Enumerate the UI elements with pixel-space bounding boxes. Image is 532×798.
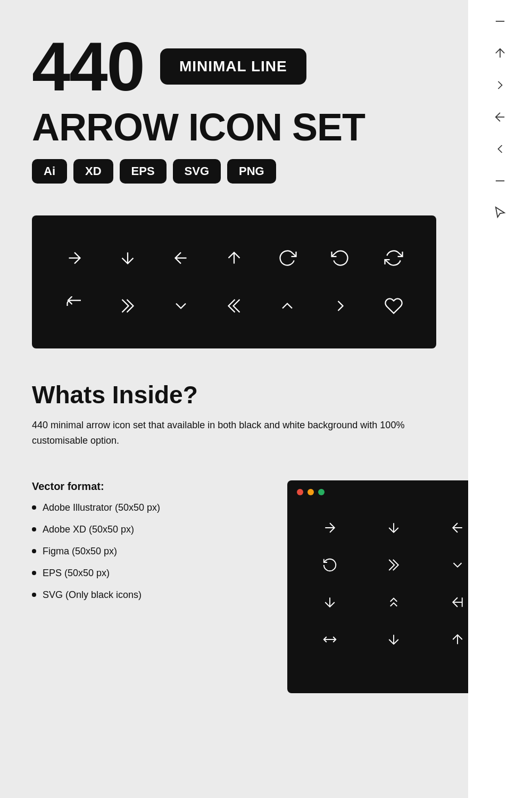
d-arrow-down-3 — [362, 621, 426, 658]
d-arrows-updown — [362, 584, 426, 621]
arrow-right-icon — [48, 237, 101, 279]
whats-inside-desc: 440 minimal arrow icon set that availabl… — [32, 418, 436, 448]
chevron-down-icon — [154, 285, 207, 327]
arrow-left-icon — [154, 237, 207, 279]
bullet-icon — [32, 505, 36, 510]
list-item-xd: Adobe XD (50x50 px) — [32, 524, 266, 535]
vector-section: Vector format: Adobe Illustrator (50x50 … — [0, 470, 532, 714]
arrow-down-icon — [101, 237, 154, 279]
list-item-illustrator: Adobe Illustrator (50x50 px) — [32, 502, 266, 513]
minimal-line-badge: MINIMAL LINE — [160, 48, 306, 85]
list-item-text: Adobe XD (50x50 px) — [43, 524, 134, 535]
icon-grid-row1 — [48, 237, 420, 327]
list-item-svg: SVG (Only black icons) — [32, 589, 266, 601]
whats-inside-title: Whats Inside? — [32, 380, 500, 409]
vector-format-label: Vector format: — [32, 480, 266, 493]
chevron-up-icon — [261, 285, 314, 327]
sidebar-chevron-left-icon — [489, 138, 511, 160]
undo-icon — [48, 285, 101, 327]
bullet-icon — [32, 593, 36, 597]
list-item-text: SVG (Only black icons) — [43, 589, 142, 601]
d-double-right — [362, 546, 426, 584]
bullet-icon — [32, 527, 36, 531]
heart-arrow-icon — [367, 285, 420, 327]
double-arrow-left-icon — [207, 285, 261, 327]
double-arrow-right-icon — [101, 285, 154, 327]
list-item-text: EPS (50x50 px) — [43, 568, 110, 579]
sidebar-chevron-right-icon — [489, 74, 511, 96]
right-sidebar — [468, 0, 532, 798]
d-arrow-down-2 — [298, 584, 362, 621]
list-item-text: Figma (50x50 px) — [43, 546, 117, 557]
rotate-icon — [367, 237, 420, 279]
refresh-ccw-icon — [314, 237, 367, 279]
arrow-up-icon — [207, 237, 261, 279]
sidebar-minus-icon — [489, 11, 511, 32]
dot-yellow — [307, 489, 314, 495]
format-badge-xd[interactable]: XD — [73, 159, 113, 184]
vector-left: Vector format: Adobe Illustrator (50x50 … — [32, 480, 266, 611]
preview-dark-box — [32, 215, 436, 348]
arrow-icon-set-title: ARROW ICON SET — [32, 106, 500, 148]
d-arrows-lr — [298, 621, 362, 658]
vector-list: Adobe Illustrator (50x50 px) Adobe XD (5… — [32, 502, 266, 601]
list-item-eps: EPS (50x50 px) — [32, 568, 266, 579]
dot-green — [318, 489, 325, 495]
format-badge-ai[interactable]: Ai — [32, 159, 67, 184]
dot-red — [297, 489, 303, 495]
format-badge-eps[interactable]: EPS — [120, 159, 167, 184]
format-badge-png[interactable]: PNG — [227, 159, 276, 184]
sidebar-arrow-up-icon — [489, 43, 511, 64]
main-container: 440 MINIMAL LINE ARROW ICON SET Ai XD EP… — [0, 0, 532, 798]
list-item-figma: Figma (50x50 px) — [32, 546, 266, 557]
bullet-icon — [32, 571, 36, 575]
format-badges: Ai XD EPS SVG PNG — [32, 159, 500, 184]
chevron-right-icon — [314, 285, 367, 327]
number-440: 440 — [32, 32, 144, 101]
title-row: 440 MINIMAL LINE — [32, 32, 500, 101]
sidebar-arrow-left-icon — [489, 106, 511, 128]
whats-inside-section: Whats Inside? 440 minimal arrow icon set… — [0, 348, 532, 470]
sidebar-cursor-icon — [489, 202, 511, 223]
d-arrow-right — [298, 509, 362, 546]
header-section: 440 MINIMAL LINE ARROW ICON SET Ai XD EP… — [0, 0, 532, 215]
d-undo — [298, 546, 362, 584]
refresh-cw-icon — [261, 237, 314, 279]
format-badge-svg[interactable]: SVG — [173, 159, 221, 184]
list-item-text: Adobe Illustrator (50x50 px) — [43, 502, 160, 513]
bullet-icon — [32, 549, 36, 553]
sidebar-minus2-icon — [489, 170, 511, 192]
d-arrow-down — [362, 509, 426, 546]
